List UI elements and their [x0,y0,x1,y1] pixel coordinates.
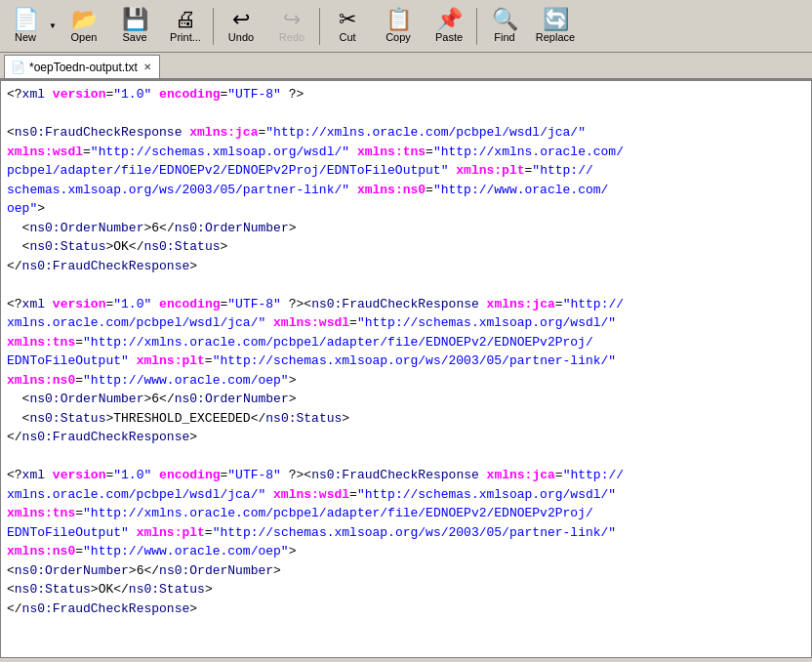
cut-button[interactable]: ✂ Cut [322,3,373,50]
new-button-group: 📄 New ▼ [4,3,59,50]
dropdown-arrow-icon: ▼ [49,21,57,30]
tab-close-button[interactable]: ✕ [143,62,151,72]
replace-button[interactable]: 🔄 Replace [530,3,581,50]
new-button[interactable]: 📄 New [4,3,47,50]
print-label: Print... [170,31,201,43]
paste-icon: 📌 [436,9,463,30]
new-label: New [15,31,36,43]
save-label: Save [122,31,146,43]
separator-1 [213,8,214,45]
save-button[interactable]: 💾 Save [109,3,160,50]
redo-button[interactable]: ↪ Redo [266,3,317,50]
open-icon: 📂 [71,9,98,30]
undo-label: Undo [228,31,254,43]
copy-icon: 📋 [386,9,412,30]
open-button[interactable]: 📂 Open [59,3,109,50]
new-dropdown-arrow[interactable]: ▼ [47,3,59,50]
new-icon: 📄 [13,9,39,30]
cut-icon: ✂ [339,9,356,30]
redo-label: Redo [279,31,304,43]
print-button[interactable]: 🖨 Print... [160,3,211,50]
replace-icon: 🔄 [543,9,569,30]
separator-3 [476,8,477,45]
cut-label: Cut [339,31,355,43]
separator-2 [319,8,320,45]
file-tab[interactable]: 📄 *oepToedn-output.txt ✕ [4,55,160,78]
replace-label: Replace [536,31,575,43]
copy-label: Copy [386,31,411,43]
find-label: Find [494,31,514,43]
save-icon: 💾 [122,9,148,30]
redo-icon: ↪ [283,9,301,30]
print-icon: 🖨 [175,9,196,30]
tab-bar: 📄 *oepToedn-output.txt ✕ [0,53,812,80]
tab-file-icon: 📄 [11,61,25,74]
copy-button[interactable]: 📋 Copy [373,3,424,50]
toolbar: 📄 New ▼ 📂 Open 💾 Save 🖨 Print... ↩ Undo … [0,0,812,53]
find-button[interactable]: 🔍 Find [479,3,530,50]
open-label: Open [71,31,98,43]
undo-icon: ↩ [232,9,250,30]
editor-area[interactable]: <?xml version="1.0" encoding="UTF-8" ?> … [0,80,812,658]
paste-button[interactable]: 📌 Paste [424,3,474,50]
tab-filename: *oepToedn-output.txt [29,61,138,74]
xml-content: <?xml version="1.0" encoding="UTF-8" ?> … [7,85,805,618]
paste-label: Paste [435,31,463,43]
find-icon: 🔍 [492,9,518,30]
undo-button[interactable]: ↩ Undo [216,3,266,50]
